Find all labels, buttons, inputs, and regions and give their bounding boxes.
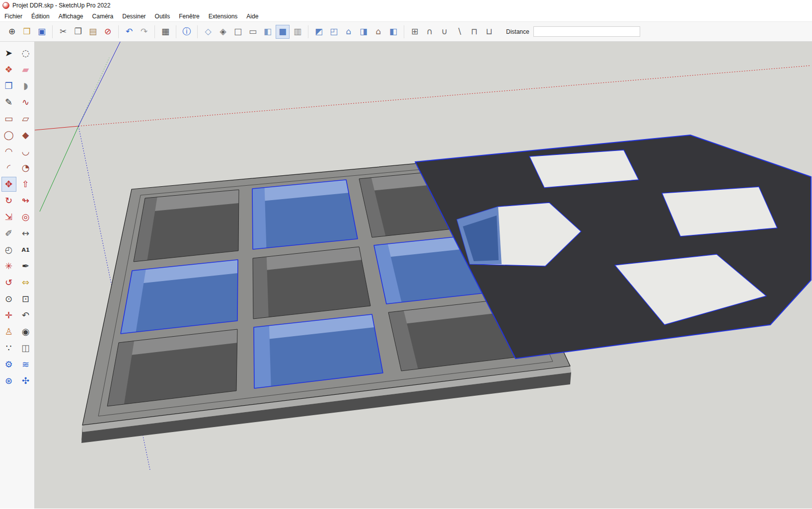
zoom-button[interactable]: ⊙ xyxy=(1,291,16,306)
push-pull-button[interactable]: ⇧ xyxy=(18,177,33,192)
section-plane-button[interactable]: ◫ xyxy=(18,341,33,356)
rotate-button[interactable]: ↻ xyxy=(1,193,16,208)
undo-button[interactable]: ↶ xyxy=(122,25,136,39)
subtract-button[interactable]: ∖ xyxy=(452,25,466,39)
view-left-button[interactable]: ◧ xyxy=(386,25,400,39)
axes-button[interactable]: ✳ xyxy=(1,259,16,274)
three-d-text-button[interactable]: ✒ xyxy=(18,259,33,274)
three-point-arc-icon: ◜ xyxy=(7,163,10,172)
text-button[interactable]: A1 xyxy=(18,242,33,257)
lasso-button[interactable]: ◌ xyxy=(18,46,33,61)
zoom-extents-icon: ✛ xyxy=(5,311,12,320)
trim-button[interactable]: ⊓ xyxy=(467,25,481,39)
previous-view-button[interactable]: ↶ xyxy=(18,308,33,323)
two-point-arc-button[interactable]: ◡ xyxy=(18,144,33,159)
new-button[interactable]: ⊕ xyxy=(5,25,19,39)
redo-button[interactable]: ↷ xyxy=(137,25,151,39)
paint-bucket-button[interactable]: ❖ xyxy=(1,62,16,77)
select-button[interactable]: ➤ xyxy=(1,46,16,61)
print-button[interactable]: ▦ xyxy=(158,25,172,39)
menu-affichage[interactable]: Affichage xyxy=(54,12,88,21)
extension-tool-2-button[interactable]: ≋ xyxy=(18,357,33,372)
extension-tool-4-button[interactable]: ✣ xyxy=(18,373,33,388)
menu-camera[interactable]: Caméra xyxy=(88,12,118,21)
line-button[interactable]: ✎ xyxy=(1,95,16,110)
view-back-button[interactable]: ⌂ xyxy=(371,25,385,39)
viewport-canvas[interactable] xyxy=(35,42,812,509)
menu-outils[interactable]: Outils xyxy=(150,12,175,21)
menu-aide[interactable]: Aide xyxy=(242,12,263,21)
arc-button[interactable]: ◠ xyxy=(1,144,16,159)
menu-edition[interactable]: Édition xyxy=(27,12,54,21)
measurement-input[interactable] xyxy=(533,26,640,37)
paste-button[interactable]: ▤ xyxy=(86,25,100,39)
view-right-button[interactable]: ◨ xyxy=(357,25,370,39)
zoom-extents-button[interactable]: ✛ xyxy=(1,308,16,323)
outer-shell-button[interactable]: ⊞ xyxy=(408,25,422,39)
shaded-button[interactable]: ◧ xyxy=(261,25,275,39)
save-button[interactable]: ▣ xyxy=(35,25,49,39)
xray-button[interactable]: ◇ xyxy=(201,25,215,39)
eraser-button[interactable]: ▰ xyxy=(18,62,33,77)
rectangle-button[interactable]: ▭ xyxy=(1,111,16,126)
menu-extensions[interactable]: Extensions xyxy=(204,12,242,21)
polygon-button[interactable]: ◆ xyxy=(18,128,33,143)
make-component-button[interactable]: ❐ xyxy=(1,78,16,93)
delete-button[interactable]: ⊘ xyxy=(101,25,115,39)
three-point-arc-button[interactable]: ◜ xyxy=(1,160,16,175)
orbit-button[interactable]: ↺ xyxy=(1,275,16,290)
circle-button[interactable]: ◯ xyxy=(1,128,16,143)
tape-measure-button[interactable]: ✐ xyxy=(1,226,16,241)
redo-icon: ↷ xyxy=(141,27,148,36)
walk-button[interactable]: ∵ xyxy=(1,341,16,356)
union-button[interactable]: ∪ xyxy=(438,25,451,39)
toolbar-separator xyxy=(308,25,308,38)
tray-pocket-top-left[interactable] xyxy=(134,190,239,262)
wireframe-button[interactable]: □ xyxy=(231,25,245,39)
follow-me-button[interactable]: ↬ xyxy=(18,193,33,208)
pie-button[interactable]: ◔ xyxy=(18,160,33,175)
tray-pocket-middle-center[interactable] xyxy=(253,247,370,319)
view-iso-button[interactable]: ◩ xyxy=(312,25,326,39)
monochrome-button[interactable]: ▥ xyxy=(291,25,304,39)
soften-edges-button[interactable]: ◗ xyxy=(18,78,33,93)
plate-hole-2[interactable] xyxy=(662,187,777,236)
scale-button[interactable]: ⇲ xyxy=(1,210,16,224)
cut-button[interactable]: ✂ xyxy=(56,25,70,39)
pan-button[interactable]: ⇔ xyxy=(18,275,33,290)
menu-fenetre[interactable]: Fenêtre xyxy=(174,12,204,21)
extension-tool-3-button[interactable]: ⊛ xyxy=(1,373,16,388)
toolbar-group-edit: ✂❐▤⊘ xyxy=(54,25,117,39)
open-button[interactable]: ❒ xyxy=(20,25,34,39)
shaded-icon: ◧ xyxy=(264,27,272,36)
intersect-button[interactable]: ∩ xyxy=(423,25,437,39)
copy-button[interactable]: ❐ xyxy=(71,25,85,39)
shaded-with-textures-button[interactable]: ■ xyxy=(276,25,290,39)
pocket-left-wall xyxy=(254,326,271,388)
rotated-rectangle-button[interactable]: ▱ xyxy=(18,111,33,126)
look-around-button[interactable]: ◉ xyxy=(18,324,33,339)
tray-pocket-top-center-selected[interactable] xyxy=(252,180,358,249)
subtract-icon: ∖ xyxy=(457,27,462,36)
move-button[interactable]: ✥ xyxy=(1,177,16,192)
model-viewport[interactable] xyxy=(35,42,812,509)
position-camera-button[interactable]: ♙ xyxy=(1,324,16,339)
dimensions-button[interactable]: ↔ xyxy=(18,226,33,241)
menu-dessiner[interactable]: Dessiner xyxy=(118,12,150,21)
offset-button[interactable]: ◎ xyxy=(18,210,33,224)
tray-pocket-middle-left-selected[interactable] xyxy=(121,260,238,334)
back-edges-button[interactable]: ◈ xyxy=(216,25,230,39)
menu-fichier[interactable]: Fichier xyxy=(0,12,27,21)
view-top-button[interactable]: ◰ xyxy=(327,25,341,39)
sketchup-logo-icon xyxy=(2,2,9,9)
position-camera-icon: ♙ xyxy=(4,327,12,336)
hidden-line-button[interactable]: ▭ xyxy=(246,25,260,39)
protractor-button[interactable]: ◴ xyxy=(1,242,16,257)
extension-tool-1-button[interactable]: ⚙ xyxy=(1,357,16,372)
title-bar: Projet DDR.skp - SketchUp Pro 2022 xyxy=(0,0,812,11)
freehand-button[interactable]: ∿ xyxy=(18,95,33,110)
zoom-window-button[interactable]: ⊡ xyxy=(18,291,33,306)
view-front-button[interactable]: ⌂ xyxy=(342,25,356,39)
model-info-button[interactable]: ⓘ xyxy=(180,25,194,39)
split-button[interactable]: ⊔ xyxy=(482,25,496,39)
